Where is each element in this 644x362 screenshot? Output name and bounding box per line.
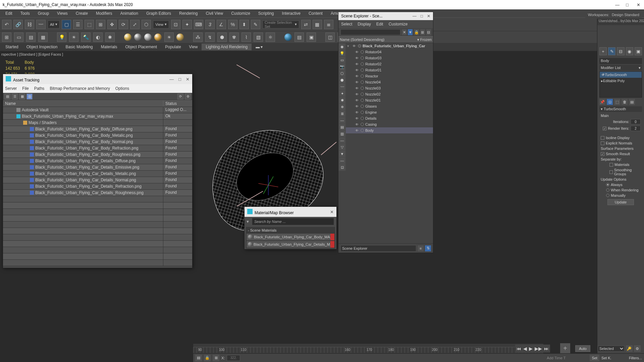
scene-item[interactable]: 👁Rotator04: [346, 49, 433, 55]
smoothing-groups-checkbox[interactable]: [609, 170, 613, 174]
scene-item[interactable]: 👁Engine: [346, 109, 433, 115]
scale-icon[interactable]: ⤢: [130, 20, 140, 29]
asset-menu-file[interactable]: File: [22, 86, 29, 91]
maximize-icon[interactable]: □: [178, 77, 181, 82]
dialog-titlebar[interactable]: Scene Explorer - Sce... — □ ✕: [338, 12, 433, 20]
asset-row[interactable]: Black_Futuristic_Urban_Flying_Car_Body_D…: [3, 126, 192, 132]
explicit-normals-checkbox[interactable]: [601, 141, 604, 145]
material-sphere-icon[interactable]: [284, 34, 292, 41]
omni-icon[interactable]: ✱: [105, 33, 115, 42]
scene-filter-icon[interactable]: ✦: [339, 90, 345, 97]
asset-menu-paths[interactable]: Paths: [34, 86, 45, 91]
maximize-icon[interactable]: □: [421, 14, 423, 18]
when-rendering-radio[interactable]: [606, 188, 609, 192]
scene-item[interactable]: 👁Nozzle01: [346, 97, 433, 103]
iterations-spinner[interactable]: [631, 119, 641, 124]
asset-row[interactable]: Black_Futuristic_Urban_Flying_Car_Detail…: [3, 158, 192, 164]
scene-filter-icon[interactable]: ◉: [339, 44, 345, 50]
scene-item[interactable]: 👁Nozzle02: [346, 91, 433, 97]
scene-item[interactable]: 👁Body: [346, 127, 433, 133]
goto-end-icon[interactable]: ⏭: [544, 346, 549, 351]
menu-civil-view[interactable]: Civil View: [202, 10, 226, 17]
scene-item[interactable]: 👁Casing: [346, 121, 433, 127]
lock-selection-icon[interactable]: 🔒: [204, 355, 211, 361]
ref-coord-system[interactable]: View ▾: [153, 20, 169, 28]
maxscript-icon[interactable]: ▤: [195, 355, 202, 361]
tab-view[interactable]: View: [185, 44, 202, 50]
material-search-input[interactable]: Search by Name ...: [252, 218, 334, 225]
sun-icon[interactable]: ☀: [69, 33, 78, 42]
material-sphere-icon[interactable]: [144, 34, 152, 41]
asset-row[interactable]: Black_Futuristic_Urban_Flying_Car_max_vr…: [3, 113, 192, 120]
menu-create[interactable]: Create: [72, 10, 91, 17]
scene-filter-icon[interactable]: ▤: [339, 124, 345, 130]
menu-content[interactable]: Content: [305, 10, 326, 17]
asset-row[interactable]: Black_Futuristic_Urban_Flying_Car_Detail…: [3, 177, 192, 183]
gear-icon[interactable]: ⚙: [185, 94, 191, 100]
schematic-icon[interactable]: ◫: [325, 33, 335, 42]
sun-icon[interactable]: ☀: [164, 33, 174, 42]
expand-icon[interactable]: ⊞: [420, 29, 425, 35]
scene-root[interactable]: ▾👁Black_Futuristic_Urban_Flying_Car: [346, 43, 433, 49]
tree-view-icon[interactable]: ▤: [4, 94, 10, 100]
layer-tool-icon[interactable]: ▤: [294, 33, 304, 42]
scene-item[interactable]: 👁Reactor: [346, 73, 433, 79]
menu-modifiers[interactable]: Modifiers: [93, 10, 116, 17]
scene-filter-icon[interactable]: ⊡: [339, 164, 345, 170]
menu-rendering[interactable]: Rendering: [176, 10, 201, 17]
scene-item[interactable]: 👁Glases: [346, 103, 433, 109]
menu-views[interactable]: Views: [54, 10, 71, 17]
clear-icon[interactable]: ✕: [402, 29, 407, 35]
keyboard-icon[interactable]: ⌨: [194, 20, 203, 29]
close-icon[interactable]: ✕: [330, 209, 334, 215]
object-name-field[interactable]: Body: [599, 58, 642, 64]
asset-row[interactable]: Black_Futuristic_Urban_Flying_Car_Body_R…: [3, 145, 192, 152]
show-result-icon[interactable]: ⊡: [607, 99, 613, 105]
scene-menu-edit[interactable]: Edit: [376, 22, 383, 26]
scene-filter-icon[interactable]: —: [339, 158, 345, 164]
scene-item[interactable]: 👁Rotator02: [346, 61, 433, 67]
align-icon[interactable]: ▦: [313, 20, 322, 29]
asset-row[interactable]: Black_Futuristic_Urban_Flying_Car_Detail…: [3, 183, 192, 190]
smooth-result-checkbox[interactable]: [601, 152, 604, 156]
direct-icon[interactable]: ◐: [93, 33, 103, 42]
scene-filter-icon[interactable]: ⬡: [339, 70, 345, 76]
dynamics-icon[interactable]: ⚛: [266, 33, 275, 42]
percent-snap-icon[interactable]: %: [228, 20, 237, 29]
unique-icon[interactable]: ⬚: [614, 99, 620, 105]
layer-icon[interactable]: ≣: [324, 20, 333, 29]
dialog-titlebar[interactable]: Material/Map Browser ✕: [245, 207, 336, 217]
asset-menu-options[interactable]: Options: [115, 86, 129, 91]
scene-item[interactable]: 👁Nozzle04: [346, 79, 433, 85]
tool-icon-4[interactable]: ▦: [38, 33, 48, 42]
scene-filter-icon[interactable]: ⬢: [339, 77, 345, 83]
scene-filter-icon[interactable]: ▭: [339, 57, 345, 63]
add-time-tag[interactable]: Add Time T: [547, 356, 566, 360]
workspaces-selector[interactable]: Workspaces: Design Standard: [585, 11, 642, 19]
spinner-snap-icon[interactable]: ⬍: [239, 20, 249, 29]
asset-row[interactable]: Black_Futuristic_Urban_Flying_Car_Body_M…: [3, 132, 192, 139]
scene-filter-icon[interactable]: ▼: [339, 151, 345, 157]
window-crossing-icon[interactable]: ⊞: [96, 20, 105, 29]
scene-filter-icon[interactable]: 📷: [339, 64, 345, 70]
deflector-icon[interactable]: ⬢: [217, 33, 227, 42]
tool-icon-3[interactable]: ▤: [26, 33, 36, 42]
scene-item[interactable]: 👁Nozzle03: [346, 85, 433, 91]
selected-dropdown[interactable]: Selected: [598, 346, 625, 352]
set-key-label[interactable]: Set K.: [601, 356, 611, 360]
menu-graph-editors[interactable]: Graph Editors: [143, 10, 174, 17]
close-icon[interactable]: ✕: [186, 77, 190, 82]
menu-tools[interactable]: Tools: [17, 10, 33, 17]
x-coord-input[interactable]: [227, 355, 240, 361]
scene-filter-icon[interactable]: ❄: [339, 104, 345, 110]
prev-frame-icon[interactable]: ◀: [523, 346, 527, 351]
tab-object-inspection[interactable]: Object Inspection: [22, 44, 62, 50]
hierarchy-tab-icon[interactable]: ⊟: [617, 47, 624, 55]
asset-menu-bitmap-performance-and-memory[interactable]: Bitmap Performance and Memory: [50, 86, 110, 91]
manip-icon[interactable]: ✦: [182, 20, 192, 29]
filter-icon[interactable]: ▼: [408, 29, 413, 35]
create-tab-icon[interactable]: +: [599, 47, 607, 55]
column-header-name[interactable]: Name (Sorted Descending): [340, 38, 384, 42]
stack-item-editable-poly[interactable]: ▸ Editable Poly: [600, 78, 642, 84]
stack-item-turbosmooth[interactable]: 👁 TurboSmooth: [600, 72, 642, 78]
